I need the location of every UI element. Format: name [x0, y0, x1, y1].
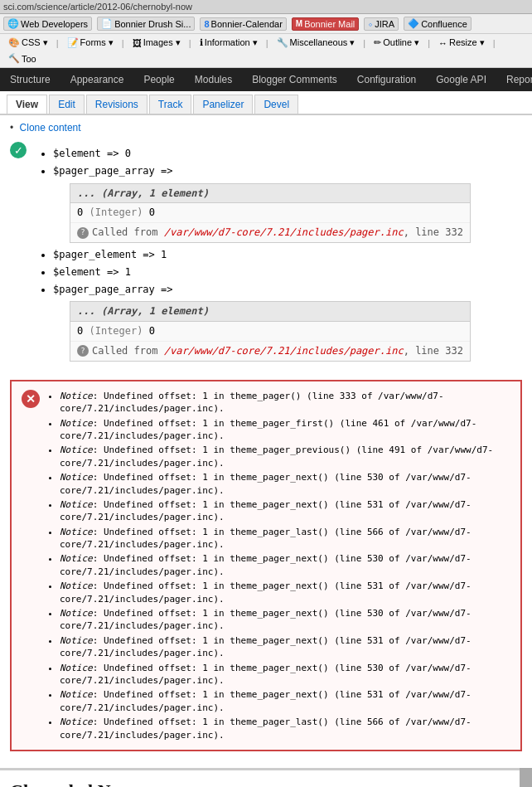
clone-content-link[interactable]: Clone content: [20, 122, 81, 134]
error-item-4: Notice: Undefined offset: 1 in theme_pag…: [60, 471, 510, 497]
admin-menu-google-api[interactable]: Google API: [426, 68, 496, 91]
tab-view[interactable]: View: [7, 95, 47, 114]
css-icon: 🎨: [8, 37, 20, 48]
error-item-5: Notice: Undefined offset: 1 in theme_pag…: [60, 498, 510, 524]
tab-edit[interactable]: Edit: [49, 95, 85, 114]
info-icon: ℹ: [200, 37, 203, 48]
debug-item-2: $pager_page_array => ... (Array, 1 eleme…: [53, 164, 471, 243]
debug-item-5: $pager_page_array => ... (Array, 1 eleme…: [53, 283, 471, 362]
pager-link-1[interactable]: /var/www/d7-core/7.21/includes/pager.inc: [164, 226, 404, 238]
separator: |: [189, 38, 191, 48]
tools-icon: 🔨: [8, 53, 20, 64]
bookmark-bonnier-calendar[interactable]: 8 Bonnier-Calendar: [200, 17, 286, 31]
bookmark-bonnier-mail[interactable]: M Bonnier Mail: [292, 17, 359, 31]
error-item-1: Notice: Undefined offset: 1 in theme_pag…: [60, 390, 510, 415]
separator: |: [266, 38, 268, 48]
dev-toolbar: 🎨 CSS ▾ | 📝 Forms ▾ | 🖼 Images ▾ | ℹ Inf…: [0, 34, 532, 68]
bookmarks-bar: 🌐 Web Developers 📄 Bonnier Drush Si... 8…: [0, 14, 532, 34]
admin-menu-modules[interactable]: Modules: [185, 68, 242, 91]
bookmark-confluence[interactable]: 🔷 Confluence: [404, 17, 472, 31]
debug-output-row: ✓ $element => 0 $pager_page_array => ...…: [10, 140, 522, 370]
images-icon: 🖼: [133, 38, 142, 48]
article-preview-wrapper: Chernobyl Now Are nuclear disasters the …: [0, 768, 532, 787]
mail-icon: M: [296, 19, 302, 28]
error-item-2: Notice: Undefined offset: 1 in theme_pag…: [60, 417, 510, 443]
error-item-9: Notice: Undefined offset: 1 in theme_pag…: [60, 607, 510, 633]
tab-panelizer[interactable]: Panelizer: [193, 95, 253, 114]
admin-menu-structure[interactable]: Structure: [0, 68, 60, 91]
admin-menu-configuration[interactable]: Configuration: [347, 68, 426, 91]
admin-menu-reports[interactable]: Reports: [496, 68, 532, 91]
debug-item-4: $element => 1: [53, 265, 471, 279]
bookmark-web-developers[interactable]: 🌐 Web Developers: [3, 17, 92, 31]
dev-css[interactable]: 🎨 CSS ▾: [5, 36, 51, 49]
browser-url-bar: sci.com/science/article/2012-06/chernoby…: [0, 0, 532, 14]
admin-menu-appearance[interactable]: Appearance: [60, 68, 134, 91]
bookmark-jira[interactable]: ⬦ JIRA: [364, 17, 399, 31]
error-section: ✕ Notice: Undefined offset: 1 in theme_p…: [10, 380, 522, 751]
bookmark-bonnier-drush[interactable]: 📄 Bonnier Drush Si...: [97, 17, 195, 31]
error-icon: ✕: [22, 390, 40, 408]
dev-outline[interactable]: ✏ Outline ▾: [370, 36, 423, 49]
dev-information[interactable]: ℹ Information ▾: [196, 36, 261, 49]
article-preview: Chernobyl Now Are nuclear disasters the …: [0, 768, 520, 787]
bookmark-icon: 📄: [101, 18, 113, 29]
array-box-2: ... (Array, 1 element) 0 (Integer) 0 ? C…: [70, 301, 471, 361]
clone-content-row: • Clone content: [10, 122, 522, 134]
tab-devel[interactable]: Devel: [254, 95, 298, 114]
admin-menu: Structure Appearance People Modules Blog…: [0, 68, 532, 91]
main-content: • Clone content ✓ $element => 0 $pager_p…: [0, 115, 532, 768]
separator: |: [122, 38, 124, 48]
bookmark-icon: 🌐: [7, 18, 19, 29]
url-text: sci.com/science/article/2012-06/chernoby…: [3, 2, 192, 12]
error-item-8: Notice: Undefined offset: 1 in theme_pag…: [60, 580, 510, 605]
misc-icon: 🔧: [277, 37, 288, 48]
confluence-icon: 🔷: [408, 18, 419, 29]
admin-menu-blogger-comments[interactable]: Blogger Comments: [242, 68, 347, 91]
dev-forms[interactable]: 📝 Forms ▾: [64, 36, 117, 49]
separator: |: [493, 38, 496, 48]
error-item-6: Notice: Undefined offset: 1 in theme_pag…: [60, 526, 510, 551]
tab-track[interactable]: Track: [149, 95, 192, 114]
array-note-1: ? Called from /var/www/d7-core/7.21/incl…: [70, 223, 470, 242]
admin-menu-people[interactable]: People: [133, 68, 184, 91]
error-list: Notice: Undefined offset: 1 in theme_pag…: [46, 388, 510, 743]
scrollbar[interactable]: [520, 768, 532, 787]
info-circle-icon-2: ?: [77, 345, 89, 357]
dev-images[interactable]: 🖼 Images ▾: [129, 36, 184, 49]
array-row-1: 0 (Integer) 0: [70, 203, 470, 223]
pager-link-2[interactable]: /var/www/d7-core/7.21/includes/pager.inc: [164, 345, 404, 357]
error-item-3: Notice: Undefined offset: 1 in theme_pag…: [60, 444, 510, 469]
jira-icon: ⬦: [368, 19, 373, 28]
debug-section: $element => 0 $pager_page_array => ... (…: [33, 140, 471, 370]
debug-item-3: $pager_element => 1: [53, 248, 471, 262]
dev-resize[interactable]: ↔ Resize ▾: [435, 36, 488, 49]
error-item-13: Notice: Undefined offset: 1 in theme_pag…: [60, 716, 510, 741]
array-header-2: ... (Array, 1 element): [70, 302, 470, 322]
forms-icon: 📝: [67, 37, 79, 48]
debug-item-1: $element => 0: [53, 147, 471, 161]
error-item-10: Notice: Undefined offset: 1 in theme_pag…: [60, 634, 510, 660]
array-row-2: 0 (Integer) 0: [70, 322, 470, 342]
error-item-11: Notice: Undefined offset: 1 in theme_pag…: [60, 662, 510, 687]
resize-icon: ↔: [438, 38, 447, 48]
dev-tools[interactable]: 🔨 Too: [5, 52, 40, 65]
separator: |: [428, 38, 430, 48]
info-circle-icon: ?: [77, 227, 89, 239]
array-note-2: ? Called from /var/www/d7-core/7.21/incl…: [70, 342, 470, 361]
content-tabs: View Edit Revisions Track Panelizer Deve…: [0, 91, 532, 115]
separator: |: [56, 38, 59, 48]
tab-revisions[interactable]: Revisions: [86, 95, 148, 114]
bullet: •: [10, 122, 13, 134]
error-item-7: Notice: Undefined offset: 1 in theme_pag…: [60, 552, 510, 578]
dev-miscellaneous[interactable]: 🔧 Miscellaneous ▾: [273, 36, 359, 49]
google-icon: 8: [204, 19, 209, 29]
array-box-1: ... (Array, 1 element) 0 (Integer) 0 ? C…: [70, 183, 471, 243]
array-header-1: ... (Array, 1 element): [70, 184, 470, 204]
scrollbar-thumb[interactable]: [520, 768, 532, 787]
article-title: Chernobyl Now: [10, 780, 510, 787]
debug-list: $element => 0 $pager_page_array => ... (…: [33, 147, 471, 362]
outline-icon: ✏: [374, 37, 381, 48]
success-icon: ✓: [10, 142, 27, 158]
separator: |: [363, 38, 365, 48]
